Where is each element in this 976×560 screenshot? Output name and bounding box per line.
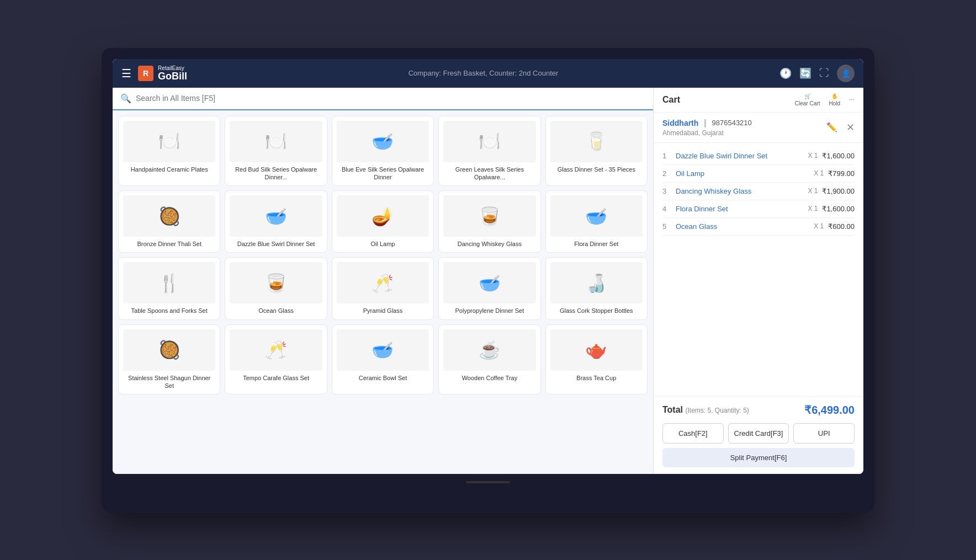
edit-customer-icon[interactable]: ✏️	[826, 122, 837, 132]
more-options-button[interactable]: ⋯	[849, 97, 855, 103]
product-name: Handpainted Ceramic Plates	[123, 166, 215, 173]
product-card[interactable]: 🥃 Ocean Glass	[225, 257, 327, 319]
search-input[interactable]	[136, 94, 645, 103]
payment-button[interactable]: Credit Card[F3]	[728, 423, 789, 444]
cart-item-qty: X 1	[808, 152, 818, 159]
product-name: Red Bud Silk Series Opalware Dinner...	[230, 166, 322, 182]
product-image: 🥣	[337, 329, 429, 371]
cart-items: 1 Dazzle Blue Swirl Dinner Set X 1 ₹1,60…	[654, 143, 863, 396]
hold-button[interactable]: ✋ Hold	[829, 93, 840, 106]
split-payment-button[interactable]: Split Payment[F6]	[662, 448, 855, 467]
more-icon: ⋯	[849, 97, 855, 103]
refresh-icon[interactable]: 🔄	[799, 67, 811, 79]
product-card[interactable]: 🥃 Dancing Whiskey Glass	[438, 190, 540, 253]
cart-actions: 🛒 Clear Cart ✋ Hold ⋯	[795, 93, 855, 106]
left-panel: 🔍 🍽️ Handpainted Ceramic Plates 🍽️ Red B…	[113, 88, 654, 474]
cart-item: 2 Oil Lamp X 1 ₹799.00	[662, 165, 855, 183]
product-name: Glass Dinner Set - 35 Pieces	[550, 166, 643, 173]
product-image: 🥃	[230, 262, 322, 303]
product-card[interactable]: 🍽️ Green Leaves Silk Series Opalware...	[438, 116, 540, 186]
cart-item-name[interactable]: Ocean Glass	[676, 222, 809, 231]
product-image: 🥃	[443, 195, 535, 237]
product-name: Polypropylene Dinner Set	[443, 307, 535, 314]
cart-header: Cart 🛒 Clear Cart ✋ Hold ⋯	[654, 88, 863, 113]
product-image: 🍶	[550, 262, 643, 303]
product-card[interactable]: 🥣 Polypropylene Dinner Set	[438, 257, 540, 319]
product-card[interactable]: 🥂 Tempo Carafe Glass Set	[225, 324, 327, 395]
customer-info: Siddharth | 9876543210 Ahmedabad, Gujara…	[662, 118, 752, 137]
product-name: Stainless Steel Shagun Dinner Set	[123, 374, 215, 390]
cart-item-name[interactable]: Oil Lamp	[676, 169, 809, 178]
cart-item-qty: X 1	[814, 169, 824, 177]
product-card[interactable]: 🫖 Brass Tea Cup	[545, 324, 648, 395]
cart-panel: Cart 🛒 Clear Cart ✋ Hold ⋯	[654, 88, 863, 474]
product-card[interactable]: 🥘 Stainless Steel Shagun Dinner Set	[118, 324, 220, 395]
topbar-right: 🕐 🔄 ⛶ 👤	[779, 65, 855, 82]
product-name: Wooden Coffee Tray	[443, 374, 535, 382]
product-card[interactable]: ☕ Wooden Coffee Tray	[438, 324, 540, 395]
product-image: 🥘	[123, 329, 215, 371]
product-image: 🥂	[230, 329, 322, 371]
cart-item-name[interactable]: Dazzle Blue Swirl Dinner Set	[676, 152, 803, 160]
cart-item-price: ₹1,600.00	[822, 152, 855, 160]
product-image: 🥣	[550, 195, 643, 237]
customer-phone: 9876543210	[712, 119, 752, 127]
product-name: Pyramid Glass	[337, 307, 429, 314]
product-image: 🍴	[123, 262, 215, 303]
cart-item-name[interactable]: Dancing Whiskey Glass	[676, 187, 803, 195]
product-name: Tempo Carafe Glass Set	[230, 374, 322, 382]
clear-cart-button[interactable]: 🛒 Clear Cart	[795, 93, 820, 106]
product-image: ☕	[443, 329, 535, 371]
cart-item-price: ₹1,600.00	[822, 205, 855, 213]
product-card[interactable]: 🥂 Pyramid Glass	[332, 257, 434, 319]
product-name: Glass Cork Stopper Bottles	[550, 307, 643, 314]
product-card[interactable]: 🪔 Oil Lamp	[332, 190, 434, 253]
payment-button[interactable]: Cash[F2]	[662, 423, 724, 444]
product-name: Ceramic Bowl Set	[337, 374, 429, 382]
product-name: Dazzle Blue Swirl Dinner Set	[230, 240, 322, 248]
product-image: 🫖	[550, 329, 643, 371]
search-icon: 🔍	[120, 93, 131, 104]
menu-icon[interactable]: ☰	[121, 67, 131, 80]
product-image: 🥣	[337, 121, 429, 162]
cart-item-number: 1	[662, 152, 671, 160]
remove-customer-icon[interactable]: ✕	[846, 121, 855, 134]
cart-item-number: 3	[662, 187, 671, 195]
payment-button[interactable]: UPI	[793, 423, 855, 444]
product-card[interactable]: 🥛 Glass Dinner Set - 35 Pieces	[545, 116, 648, 186]
clear-cart-icon: 🛒	[804, 93, 811, 99]
product-name: Table Spoons and Forks Set	[123, 307, 215, 314]
product-card[interactable]: 🥣 Ceramic Bowl Set	[332, 324, 434, 395]
hold-icon: ✋	[831, 93, 838, 99]
product-card[interactable]: 🥣 Dazzle Blue Swirl Dinner Set	[225, 190, 327, 253]
customer-name[interactable]: Siddharth	[662, 119, 698, 127]
cart-item: 1 Dazzle Blue Swirl Dinner Set X 1 ₹1,60…	[662, 147, 855, 165]
product-image: 🥣	[230, 195, 322, 237]
product-image: 🪔	[337, 195, 429, 237]
cart-total: Total (Items: 5, Quantity: 5) ₹6,499.00	[662, 403, 855, 417]
cart-item: 5 Ocean Glass X 1 ₹600.00	[662, 218, 855, 236]
payment-buttons: Cash[F2]Credit Card[F3]UPI	[662, 423, 855, 444]
product-card[interactable]: 🍴 Table Spoons and Forks Set	[118, 257, 220, 319]
product-card[interactable]: 🍽️ Red Bud Silk Series Opalware Dinner..…	[225, 116, 327, 186]
product-card[interactable]: 🥣 Blue Eve Silk Series Opalware Dinner	[332, 116, 434, 186]
cart-title: Cart	[662, 95, 795, 105]
fullscreen-icon[interactable]: ⛶	[819, 67, 829, 79]
product-image: 🍽️	[123, 121, 215, 162]
product-name: Brass Tea Cup	[550, 374, 643, 382]
cart-item-number: 4	[662, 205, 671, 213]
company-info: Company: Fresh Basket, Counter: 2nd Coun…	[187, 69, 779, 77]
product-card[interactable]: 🍶 Glass Cork Stopper Bottles	[545, 257, 648, 319]
product-card[interactable]: 🍽️ Handpainted Ceramic Plates	[118, 116, 220, 186]
laptop-screen: ☰ R RetailEasy GoBill Company: Fresh Bas…	[113, 59, 863, 474]
product-image: 🥛	[550, 121, 643, 162]
search-bar: 🔍	[113, 88, 653, 110]
cart-item-name[interactable]: Flora Dinner Set	[676, 205, 803, 213]
product-name: Flora Dinner Set	[550, 240, 643, 248]
cart-item-number: 2	[662, 169, 671, 178]
clock-icon[interactable]: 🕐	[779, 67, 792, 79]
avatar[interactable]: 👤	[837, 65, 855, 82]
product-card[interactable]: 🥘 Bronze Dinner Thali Set	[118, 190, 220, 253]
cart-item-qty: X 1	[808, 187, 818, 195]
product-card[interactable]: 🥣 Flora Dinner Set	[545, 190, 648, 253]
